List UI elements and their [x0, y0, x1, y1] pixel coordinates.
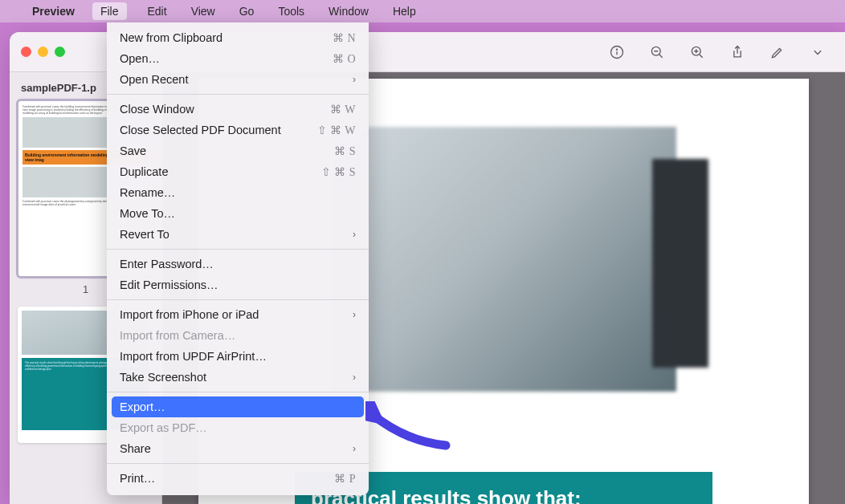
menu-item-label: Import from iPhone or iPad — [120, 308, 353, 321]
svg-point-2 — [617, 49, 618, 50]
toolbar — [607, 43, 834, 62]
markup-icon[interactable] — [768, 43, 787, 62]
zoom-in-icon[interactable] — [688, 43, 707, 62]
svg-line-7 — [700, 54, 703, 57]
menu-item-open-recent[interactable]: Open Recent› — [107, 69, 369, 90]
menu-item-edit-permissions[interactable]: Edit Permissions… — [107, 274, 369, 295]
menu-item-label: Rename… — [120, 186, 356, 199]
menu-item-close-selected-pdf-document[interactable]: Close Selected PDF Document⇧ ⌘ W — [107, 120, 369, 140]
menu-separator — [107, 463, 369, 464]
menu-item-label: Close Window — [120, 103, 330, 116]
menu-item-export-as-pdf: Export as PDF… — [107, 417, 369, 438]
menu-go[interactable]: Go — [236, 3, 258, 19]
menu-item-new-from-clipboard[interactable]: New from Clipboard⌘ N — [107, 27, 369, 48]
menu-item-close-window[interactable]: Close Window⌘ W — [107, 99, 369, 120]
chevron-right-icon: › — [353, 309, 356, 320]
menu-tools[interactable]: Tools — [275, 3, 308, 19]
chevron-right-icon: › — [353, 372, 356, 383]
zoom-out-icon[interactable] — [647, 43, 667, 62]
menu-item-revert-to[interactable]: Revert To› — [107, 224, 369, 245]
menu-edit[interactable]: Edit — [145, 3, 170, 19]
app-name[interactable]: Preview — [32, 5, 75, 18]
menu-item-share[interactable]: Share› — [107, 438, 369, 459]
file-menu-dropdown: New from Clipboard⌘ NOpen…⌘ OOpen Recent… — [107, 22, 369, 495]
menu-item-label: Export as PDF… — [120, 421, 356, 434]
chevron-down-icon[interactable] — [808, 43, 827, 62]
page-image — [331, 127, 676, 392]
menu-file[interactable]: File — [92, 2, 127, 20]
menu-item-label: Export… — [120, 400, 356, 413]
menu-shortcut: ⌘ S — [334, 144, 356, 158]
menu-item-import-from-iphone-or-ipad[interactable]: Import from iPhone or iPad› — [107, 304, 369, 325]
window-close-button[interactable] — [21, 47, 31, 57]
menu-separator — [107, 392, 369, 392]
menu-item-label: Move To… — [120, 207, 356, 220]
chevron-right-icon: › — [353, 74, 356, 85]
menu-item-import-from-updf-airprint[interactable]: Import from UPDF AirPrint… — [107, 346, 369, 367]
menu-item-label: Print… — [120, 472, 334, 485]
menu-item-label: Close Selected PDF Document — [120, 124, 317, 136]
menu-shortcut: ⌘ O — [333, 52, 356, 66]
menu-item-label: Duplicate — [120, 165, 321, 178]
menubar: Preview File Edit View Go Tools Window H… — [0, 0, 845, 22]
menu-item-duplicate[interactable]: Duplicate⇧ ⌘ S — [107, 161, 369, 182]
menu-shortcut: ⌘ N — [333, 31, 356, 45]
menu-separator — [107, 249, 369, 250]
menu-item-save[interactable]: Save⌘ S — [107, 140, 369, 161]
menu-shortcut: ⌘ P — [334, 472, 356, 486]
menu-item-rename[interactable]: Rename… — [107, 182, 369, 203]
menu-separator — [107, 94, 369, 95]
menu-item-label: Import from Camera… — [120, 329, 356, 342]
menu-item-label: Save — [120, 144, 334, 157]
share-icon[interactable] — [728, 43, 747, 62]
window-maximize-button[interactable] — [55, 47, 65, 57]
menu-item-move-to[interactable]: Move To… — [107, 203, 369, 224]
menu-view[interactable]: View — [188, 3, 218, 19]
menu-window[interactable]: Window — [325, 3, 372, 19]
menu-item-label: New from Clipboard — [120, 31, 333, 44]
menu-item-label: Open Recent — [120, 73, 353, 86]
traffic-lights — [21, 47, 65, 57]
menu-shortcut: ⇧ ⌘ S — [321, 165, 356, 179]
chevron-right-icon: › — [353, 443, 356, 454]
menu-item-label: Take Screenshot — [120, 371, 353, 384]
info-icon[interactable] — [607, 43, 627, 62]
menu-item-open[interactable]: Open…⌘ O — [107, 48, 369, 69]
window-minimize-button[interactable] — [38, 47, 48, 57]
menu-shortcut: ⌘ W — [330, 103, 356, 116]
menu-item-export[interactable]: Export… — [112, 396, 364, 417]
menu-item-label: Open… — [120, 52, 333, 65]
menu-item-take-screenshot[interactable]: Take Screenshot› — [107, 367, 369, 388]
chevron-right-icon: › — [353, 229, 356, 240]
menu-shortcut: ⇧ ⌘ W — [317, 124, 356, 137]
menu-item-label: Revert To — [120, 228, 353, 241]
menu-item-label: Edit Permissions… — [120, 278, 356, 291]
svg-line-4 — [659, 54, 663, 57]
menu-item-label: Share — [120, 442, 353, 455]
menu-item-print[interactable]: Print…⌘ P — [107, 468, 369, 489]
menu-item-label: Enter Password… — [120, 258, 356, 270]
menu-item-enter-password[interactable]: Enter Password… — [107, 254, 369, 274]
menu-help[interactable]: Help — [390, 3, 419, 19]
menu-item-import-from-camera: Import from Camera… — [107, 325, 369, 346]
menu-separator — [107, 299, 369, 300]
menu-item-label: Import from UPDF AirPrint… — [120, 350, 356, 363]
